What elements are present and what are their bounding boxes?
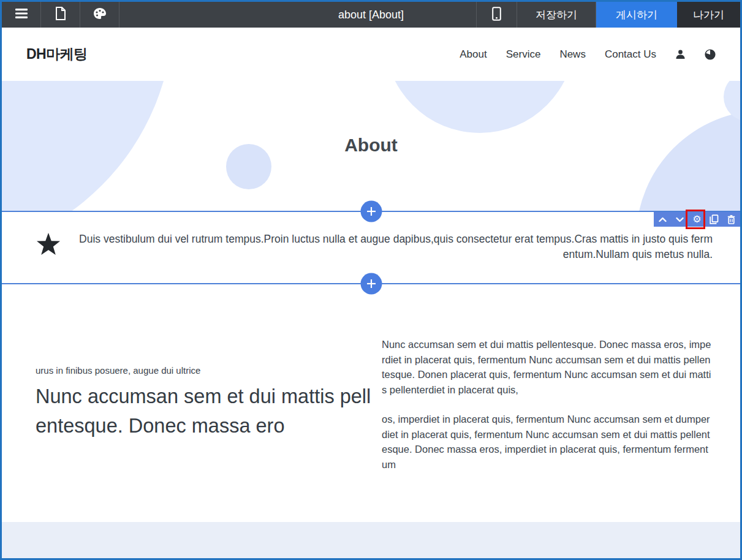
content-right-column: Nunc accumsan sem et dui mattis pellente…: [382, 284, 713, 522]
delete-trash-button[interactable]: [723, 212, 740, 227]
publish-button[interactable]: 게시하기: [596, 2, 677, 28]
language-globe-icon[interactable]: [705, 49, 716, 60]
mobile-preview-icon: [492, 7, 501, 23]
content-paragraph: os, imperdiet in placerat quis, fermentu…: [382, 412, 713, 472]
content-left-column: urus in finibus posuere, augue dui ultri…: [36, 284, 374, 522]
feature-text: Duis vestibulum dui vel rutrum tempus.Pr…: [75, 232, 713, 262]
settings-gear-button[interactable]: ⚙: [688, 212, 705, 227]
site-header: DH마케팅 About Service News Contact Us: [2, 28, 740, 81]
page-footer: [2, 522, 740, 558]
content-paragraph: Nunc accumsan sem et dui mattis pellente…: [382, 337, 713, 397]
plus-icon: [366, 279, 376, 289]
content-eyebrow: urus in finibus posuere, augue dui ultri…: [36, 365, 374, 376]
move-down-button[interactable]: [671, 212, 688, 227]
section-divider: ⚙: [2, 211, 740, 212]
add-block-button[interactable]: [360, 201, 382, 222]
theme-palette-icon: [93, 7, 107, 22]
page-icon: [55, 7, 66, 23]
content-heading: Nunc accumsan sem et dui mattis pellente…: [36, 382, 374, 441]
block-toolbar: ⚙: [654, 212, 740, 227]
duplicate-button[interactable]: [706, 212, 723, 227]
editor-window: about [About] 저장하기 게시하기 나가기: [0, 0, 742, 560]
nav-item-contact-us[interactable]: Contact Us: [605, 48, 656, 61]
nav-item-service[interactable]: Service: [506, 48, 541, 61]
exit-button[interactable]: 나가기: [677, 2, 740, 28]
star-icon: [36, 233, 61, 259]
section-divider: [2, 283, 740, 284]
nav-item-news[interactable]: News: [559, 48, 586, 61]
move-up-button[interactable]: [654, 212, 671, 227]
add-block-button[interactable]: [360, 273, 382, 295]
menu-icon: [13, 7, 29, 22]
plus-icon: [366, 206, 376, 217]
content-section[interactable]: urus in finibus posuere, augue dui ultri…: [2, 284, 740, 522]
mobile-preview-button[interactable]: [476, 2, 517, 28]
settings-gear-icon: ⚙: [692, 214, 701, 224]
nav-item-about[interactable]: About: [460, 48, 486, 61]
site-logo[interactable]: DH마케팅: [26, 45, 88, 64]
menu-button[interactable]: [2, 2, 41, 28]
hero-section: About: [2, 81, 740, 211]
user-icon[interactable]: [675, 49, 686, 59]
hero-title: About: [2, 81, 740, 156]
save-button[interactable]: 저장하기: [517, 2, 596, 28]
page-button[interactable]: [41, 2, 80, 28]
site-nav: About Service News Contact Us: [460, 48, 716, 61]
theme-button[interactable]: [80, 2, 119, 28]
editor-topbar: about [About] 저장하기 게시하기 나가기: [2, 2, 740, 28]
